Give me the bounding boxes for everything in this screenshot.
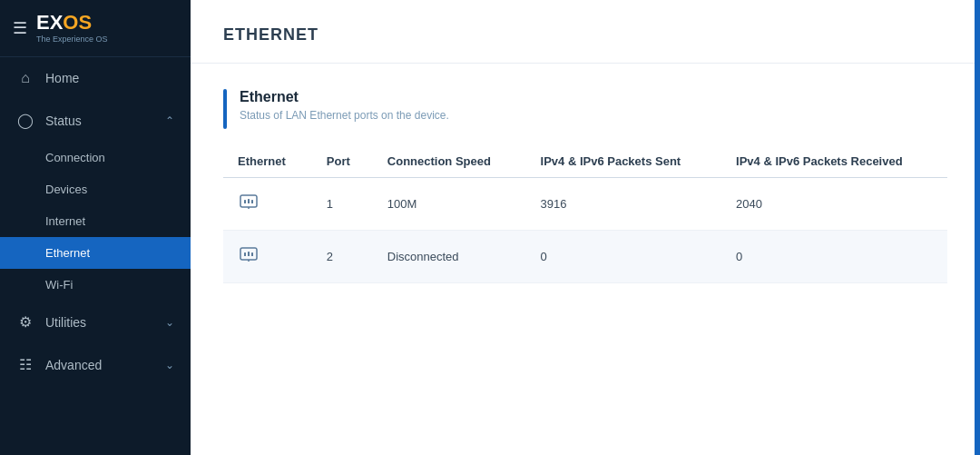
logo-ex: EX xyxy=(36,11,63,34)
advanced-chevron-icon: ⌄ xyxy=(165,359,174,371)
section-info: Ethernet Status of LAN Ethernet ports on… xyxy=(240,89,449,122)
section-title: Ethernet xyxy=(240,89,449,105)
cell-speed: Disconnected xyxy=(373,231,526,283)
status-icon: ◯ xyxy=(16,112,34,129)
logo-text: EXOS xyxy=(36,13,108,33)
table-row: 1 100M 3916 2040 xyxy=(223,178,947,231)
svg-rect-1 xyxy=(244,200,246,203)
status-chevron-icon: ⌃ xyxy=(165,114,174,127)
connection-label: Connection xyxy=(45,151,105,164)
utilities-chevron-icon: ⌄ xyxy=(165,316,174,329)
ethernet-port-icon xyxy=(238,196,260,216)
svg-rect-7 xyxy=(248,252,250,256)
ethernet-port-icon xyxy=(238,249,260,269)
col-sent: IPv4 & IPv6 Packets Sent xyxy=(526,145,722,178)
main-content: ETHERNET Ethernet Status of LAN Ethernet… xyxy=(191,0,980,455)
table-header-row: Ethernet Port Connection Speed IPv4 & IP… xyxy=(223,145,947,178)
page-title: ETHERNET xyxy=(223,25,947,45)
svg-rect-6 xyxy=(244,252,246,256)
sidebar-item-home[interactable]: ⌂ Home xyxy=(0,57,191,99)
utilities-label: Utilities xyxy=(45,315,154,330)
cell-icon xyxy=(223,231,312,283)
col-ethernet: Ethernet xyxy=(223,145,312,178)
cell-received: 0 xyxy=(721,231,947,283)
ethernet-label: Ethernet xyxy=(45,246,90,260)
logo-subtitle: The Experience OS xyxy=(36,35,108,44)
cell-sent: 3916 xyxy=(526,178,722,231)
utilities-icon: ⚙ xyxy=(16,313,34,331)
status-label: Status xyxy=(45,114,154,128)
svg-rect-2 xyxy=(248,199,250,203)
table-row: 2 Disconnected 0 0 xyxy=(223,231,947,283)
cell-icon xyxy=(223,178,312,231)
cell-port: 2 xyxy=(312,231,373,283)
home-icon: ⌂ xyxy=(16,70,34,86)
cell-received: 2040 xyxy=(721,178,947,231)
ethernet-table: Ethernet Port Connection Speed IPv4 & IP… xyxy=(223,145,947,283)
col-port: Port xyxy=(312,145,373,178)
svg-rect-3 xyxy=(251,200,253,203)
home-label: Home xyxy=(45,71,174,85)
cell-sent: 0 xyxy=(526,231,722,283)
section-subtitle: Status of LAN Ethernet ports on the devi… xyxy=(240,109,449,122)
right-edge-accent xyxy=(975,0,980,455)
logo-os: OS xyxy=(63,11,92,34)
cell-port: 1 xyxy=(312,178,373,231)
devices-label: Devices xyxy=(45,183,87,196)
sidebar-item-utilities[interactable]: ⚙ Utilities ⌄ xyxy=(0,301,191,343)
page-header: ETHERNET xyxy=(191,0,980,64)
col-received: IPv4 & IPv6 Packets Received xyxy=(721,145,947,178)
section-header: Ethernet Status of LAN Ethernet ports on… xyxy=(223,89,947,129)
sidebar-item-internet[interactable]: Internet xyxy=(0,205,191,237)
advanced-icon: ☷ xyxy=(16,356,34,373)
sidebar-item-wifi[interactable]: Wi-Fi xyxy=(0,269,191,301)
wifi-label: Wi-Fi xyxy=(45,278,73,292)
cell-speed: 100M xyxy=(373,178,526,231)
hamburger-icon[interactable]: ☰ xyxy=(13,18,27,38)
svg-rect-8 xyxy=(251,252,253,256)
advanced-label: Advanced xyxy=(45,358,154,372)
content-area: Ethernet Status of LAN Ethernet ports on… xyxy=(191,64,980,309)
internet-label: Internet xyxy=(45,214,85,228)
sidebar-item-status[interactable]: ◯ Status ⌃ xyxy=(0,99,191,142)
sidebar-item-devices[interactable]: Devices xyxy=(0,173,191,205)
sidebar: ☰ EXOS The Experience OS ⌂ Home ◯ Status… xyxy=(0,0,191,455)
sidebar-item-connection[interactable]: Connection xyxy=(0,142,191,173)
sidebar-item-advanced[interactable]: ☷ Advanced ⌄ xyxy=(0,343,191,386)
sidebar-header: ☰ EXOS The Experience OS xyxy=(0,0,191,57)
logo-area: EXOS The Experience OS xyxy=(36,13,108,44)
sidebar-item-ethernet[interactable]: Ethernet xyxy=(0,237,191,269)
col-speed: Connection Speed xyxy=(373,145,526,178)
section-accent xyxy=(223,89,227,129)
